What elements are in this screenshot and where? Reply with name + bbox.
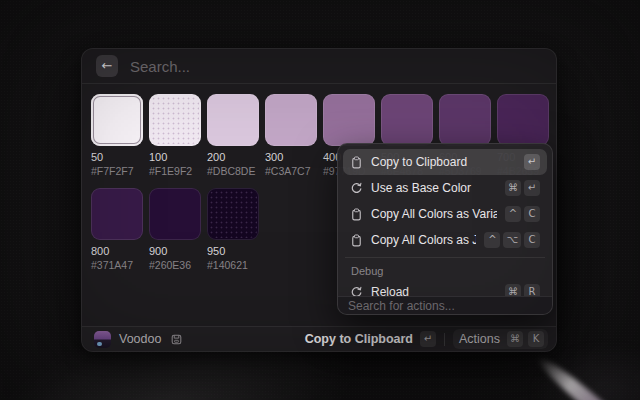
- actions-search-input[interactable]: [348, 299, 542, 313]
- return-key-hint: ↵: [420, 331, 436, 347]
- option-key-hint: ⌥: [503, 232, 521, 248]
- swatch-shade-label: 950: [207, 245, 259, 258]
- color-swatch-400[interactable]: [323, 94, 375, 146]
- swatch-cell-300: 300 #C3A7C7: [265, 94, 317, 177]
- swatch-hex-label: #371A47: [91, 259, 143, 271]
- ctrl-key-hint: ^: [484, 232, 500, 248]
- swatch-cell-900: 900 #260E36: [149, 188, 201, 271]
- menu-item-label: Copy All Colors as Variable Declara...: [371, 207, 497, 221]
- ctrl-key-hint: ^: [505, 206, 521, 222]
- rotate-icon: [350, 182, 363, 195]
- color-swatch-50[interactable]: [91, 94, 143, 146]
- swatch-shade-label: 100: [149, 151, 201, 164]
- swatch-hex-label: #140621: [207, 259, 259, 271]
- clipboard-icon: [350, 156, 363, 169]
- clipboard-icon: [350, 234, 363, 247]
- swatch-hex-label: #C3A7C7: [265, 165, 317, 177]
- primary-action-button[interactable]: Copy to Clipboard: [305, 332, 413, 346]
- swatch-hex-label: #DBC8DE: [207, 165, 259, 177]
- menu-item-label: Reload: [371, 285, 497, 296]
- menu-item-shortcut: ^ C: [505, 206, 540, 222]
- search-bar: ←: [82, 49, 556, 84]
- clipboard-icon: [350, 208, 363, 221]
- search-input[interactable]: [130, 58, 542, 75]
- voodoo-app-icon: [94, 331, 111, 348]
- status-bar: Voodoo Copy to Clipboard ↵ Actions ⌘ K: [82, 326, 556, 351]
- swatch-hex-label: #260E36: [149, 259, 201, 271]
- swatch-cell-800: 800 #371A47: [91, 188, 143, 271]
- color-swatch-950[interactable]: [207, 188, 259, 240]
- swatch-cell-50: 50 #F7F2F7: [91, 94, 143, 177]
- color-swatch-100[interactable]: [149, 94, 201, 146]
- swatch-shade-label: 800: [91, 245, 143, 258]
- swatch-cell-200: 200 #DBC8DE: [207, 94, 259, 177]
- menu-item-shortcut: ^ ⌥ C: [484, 232, 540, 248]
- c-key-hint: C: [524, 232, 540, 248]
- actions-button[interactable]: Actions ⌘ K: [453, 329, 548, 349]
- disk-icon: [170, 333, 183, 346]
- swatch-hex-label: #F7F2F7: [91, 165, 143, 177]
- swatch-shade-label: 300: [265, 151, 317, 164]
- back-button[interactable]: ←: [96, 55, 118, 77]
- color-swatch-900[interactable]: [149, 188, 201, 240]
- swatch-cell-950: 950 #140621: [207, 188, 259, 271]
- color-swatch-300[interactable]: [265, 94, 317, 146]
- swatch-shade-label: 900: [149, 245, 201, 258]
- menu-item-reload[interactable]: Reload ⌘ R: [343, 279, 547, 296]
- menu-item-label: Copy All Colors as JSON: [371, 233, 476, 247]
- menu-item-shortcut: ⌘ ↵: [505, 180, 540, 196]
- desktop-background: ← 50 #F7F2F7 100 #F1E9F2 200 #DBC8DE: [0, 0, 640, 400]
- return-key-hint: ↵: [524, 154, 540, 170]
- cmd-key-hint: ⌘: [505, 180, 521, 196]
- actions-menu: Copy to Clipboard ↵ Use as Base Color ⌘ …: [337, 143, 553, 315]
- menu-item-copy-to-clipboard[interactable]: Copy to Clipboard ↵: [343, 149, 547, 175]
- swatch-hex-label: #F1E9F2: [149, 165, 201, 177]
- app-name-label: Voodoo: [119, 332, 161, 346]
- color-swatch-200[interactable]: [207, 94, 259, 146]
- color-swatch-700[interactable]: [497, 94, 549, 146]
- color-swatch-800[interactable]: [91, 188, 143, 240]
- k-key-hint: K: [528, 331, 544, 347]
- menu-item-shortcut: ⌘ R: [505, 284, 540, 296]
- r-key-hint: R: [524, 284, 540, 296]
- swatch-shade-label: 200: [207, 151, 259, 164]
- cmd-key-hint: ⌘: [505, 284, 521, 296]
- menu-item-copy-all-as-json[interactable]: Copy All Colors as JSON ^ ⌥ C: [343, 227, 547, 253]
- menu-item-shortcut: ↵: [524, 154, 540, 170]
- return-key-hint: ↵: [524, 180, 540, 196]
- color-swatch-600[interactable]: [439, 94, 491, 146]
- menu-item-use-as-base-color[interactable]: Use as Base Color ⌘ ↵: [343, 175, 547, 201]
- c-key-hint: C: [524, 206, 540, 222]
- footer-divider: [444, 333, 445, 346]
- menu-item-label: Use as Base Color: [371, 181, 497, 195]
- menu-item-label: Copy to Clipboard: [371, 155, 516, 169]
- swatch-cell-100: 100 #F1E9F2: [149, 94, 201, 177]
- color-swatch-500[interactable]: [381, 94, 433, 146]
- cmd-key-hint: ⌘: [507, 331, 523, 347]
- menu-item-copy-all-variable-declarations[interactable]: Copy All Colors as Variable Declara... ^…: [343, 201, 547, 227]
- actions-search-bar: [338, 296, 552, 314]
- actions-menu-list: Copy to Clipboard ↵ Use as Base Color ⌘ …: [338, 144, 552, 296]
- menu-divider: [345, 257, 545, 258]
- swatch-shade-label: 50: [91, 151, 143, 164]
- menu-section-debug: Debug: [343, 262, 547, 279]
- reload-icon: [350, 286, 363, 297]
- actions-label: Actions: [459, 332, 500, 346]
